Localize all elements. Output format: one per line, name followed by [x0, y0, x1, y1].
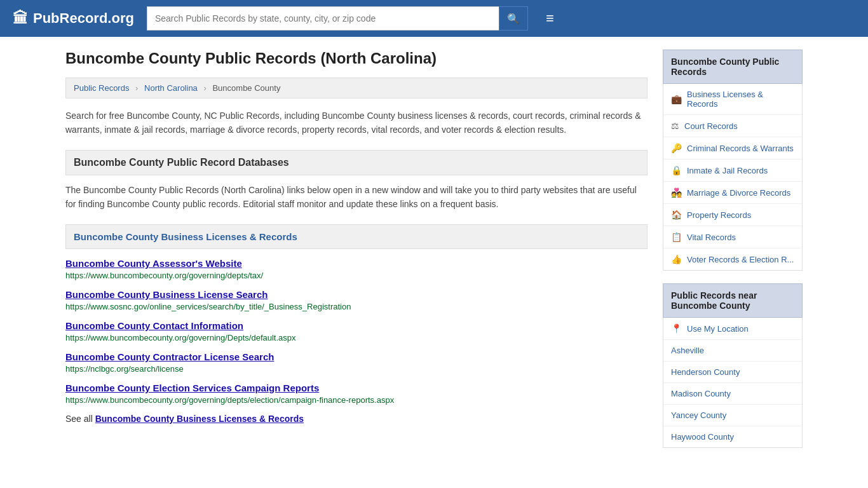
breadcrumb-sep-1: › [135, 83, 138, 93]
breadcrumb: Public Records › North Carolina › Buncom… [65, 78, 648, 98]
sidebar-item-business[interactable]: 💼 Business Licenses & Records [663, 84, 802, 115]
sidebar-item-inmate[interactable]: 🔒 Inmate & Jail Records [663, 159, 802, 182]
main-container: Buncombe County Public Records (North Ca… [53, 37, 815, 473]
sidebar-records-list: 💼 Business Licenses & Records ⚖ Court Re… [663, 84, 803, 271]
nearby-item-label: Yancey County [671, 410, 726, 420]
thumbsup-icon: 👍 [671, 254, 682, 264]
record-url-2: https://www.sosnc.gov/online_services/se… [65, 302, 648, 311]
logo-icon: 🏛 [13, 10, 28, 27]
record-title-3[interactable]: Buncombe County Contact Information [65, 320, 648, 331]
search-input[interactable] [147, 6, 499, 30]
sidebar-item-property[interactable]: 🏠 Property Records [663, 204, 802, 226]
intro-text: Search for free Buncombe County, NC Publ… [65, 109, 648, 137]
key-icon: 🔑 [671, 143, 682, 153]
location-pin-icon: 📍 [671, 323, 682, 334]
site-logo[interactable]: 🏛 PubRecord.org [13, 10, 134, 27]
sidebar-nearby-haywood[interactable]: Haywood County [663, 426, 802, 447]
search-bar: 🔍 [147, 6, 528, 30]
nearby-item-label: Madison County [671, 389, 731, 398]
databases-description: The Buncombe County Public Records (Nort… [65, 183, 648, 212]
logo-text: PubRecord.org [33, 10, 134, 27]
content-area: Buncombe County Public Records (North Ca… [65, 50, 648, 461]
couple-icon: 💑 [671, 187, 682, 198]
breadcrumb-sep-2: › [203, 83, 206, 93]
business-section-header: Buncombe County Business Licenses & Reco… [65, 224, 648, 249]
sidebar-item-label: Inmate & Jail Records [687, 166, 768, 175]
search-button[interactable]: 🔍 [499, 6, 528, 30]
record-url-4: https://nclbgc.org/search/license [65, 364, 648, 374]
record-title-1[interactable]: Buncombe County Assessor's Website [65, 258, 648, 269]
record-entry-5: Buncombe County Election Services Campai… [65, 383, 648, 405]
nearby-item-label: Haywood County [671, 432, 734, 442]
record-title-2[interactable]: Buncombe County Business License Search [65, 289, 648, 300]
nearby-item-label: Use My Location [687, 324, 749, 334]
sidebar-item-label: Voter Records & Election R... [687, 255, 794, 264]
sidebar-item-court[interactable]: ⚖ Court Records [663, 115, 802, 137]
sidebar-item-label: Criminal Records & Warrants [687, 144, 794, 153]
nearby-item-label: Asheville [671, 346, 704, 355]
see-all-link[interactable]: Buncombe County Business Licenses & Reco… [95, 414, 304, 424]
site-header: 🏛 PubRecord.org 🔍 ≡ [0, 0, 868, 37]
record-url-3: https://www.buncombecounty.org/governing… [65, 333, 648, 342]
sidebar-records-section: Buncombe County Public Records 💼 Busines… [663, 50, 803, 271]
sidebar-nearby-title: Public Records near Buncombe County [663, 283, 803, 318]
record-entry-3: Buncombe County Contact Information http… [65, 320, 648, 342]
breadcrumb-public-records[interactable]: Public Records [74, 83, 129, 93]
nearby-item-label: Henderson County [671, 367, 740, 377]
sidebar-item-voter[interactable]: 👍 Voter Records & Election R... [663, 248, 802, 270]
record-entry-2: Buncombe County Business License Search … [65, 289, 648, 311]
hamburger-icon: ≡ [546, 10, 554, 26]
sidebar-nearby-list: 📍 Use My Location Asheville Henderson Co… [663, 318, 803, 448]
briefcase-icon: 💼 [671, 94, 682, 104]
databases-section-header: Buncombe County Public Record Databases [65, 150, 648, 175]
sidebar-item-marriage[interactable]: 💑 Marriage & Divorce Records [663, 182, 802, 204]
sidebar-nearby-section: Public Records near Buncombe County 📍 Us… [663, 283, 803, 448]
sidebar-nearby-yancey[interactable]: Yancey County [663, 405, 802, 426]
sidebar-nearby-madison[interactable]: Madison County [663, 383, 802, 405]
scales-icon: ⚖ [671, 121, 679, 131]
menu-button[interactable]: ≡ [541, 9, 559, 28]
record-entry-1: Buncombe County Assessor's Website https… [65, 258, 648, 280]
sidebar-item-label: Property Records [687, 210, 751, 220]
breadcrumb-buncombe: Buncombe County [212, 83, 280, 93]
sidebar-item-criminal[interactable]: 🔑 Criminal Records & Warrants [663, 137, 802, 159]
search-icon: 🔍 [507, 13, 520, 25]
see-all-text: See all Buncombe County Business License… [65, 414, 648, 424]
sidebar: Buncombe County Public Records 💼 Busines… [663, 50, 803, 461]
lock-icon: 🔒 [671, 165, 682, 175]
clipboard-icon: 📋 [671, 232, 682, 242]
sidebar-nearby-asheville[interactable]: Asheville [663, 340, 802, 362]
record-url-1: https://www.buncombecounty.org/governing… [65, 271, 648, 280]
record-entry-4: Buncombe County Contractor License Searc… [65, 351, 648, 374]
sidebar-item-label: Business Licenses & Records [687, 90, 794, 109]
sidebar-records-title: Buncombe County Public Records [663, 50, 803, 84]
house-icon: 🏠 [671, 210, 682, 220]
sidebar-item-label: Court Records [684, 121, 738, 131]
sidebar-nearby-use-location[interactable]: 📍 Use My Location [663, 318, 802, 340]
page-title: Buncombe County Public Records (North Ca… [65, 50, 648, 67]
sidebar-item-label: Vital Records [687, 233, 736, 242]
sidebar-nearby-henderson[interactable]: Henderson County [663, 362, 802, 383]
sidebar-item-label: Marriage & Divorce Records [687, 188, 790, 198]
record-title-5[interactable]: Buncombe County Election Services Campai… [65, 383, 648, 393]
breadcrumb-north-carolina[interactable]: North Carolina [144, 83, 198, 93]
record-title-4[interactable]: Buncombe County Contractor License Searc… [65, 351, 648, 362]
record-url-5: https://www.buncombecounty.org/governing… [65, 395, 648, 405]
sidebar-item-vital[interactable]: 📋 Vital Records [663, 226, 802, 248]
